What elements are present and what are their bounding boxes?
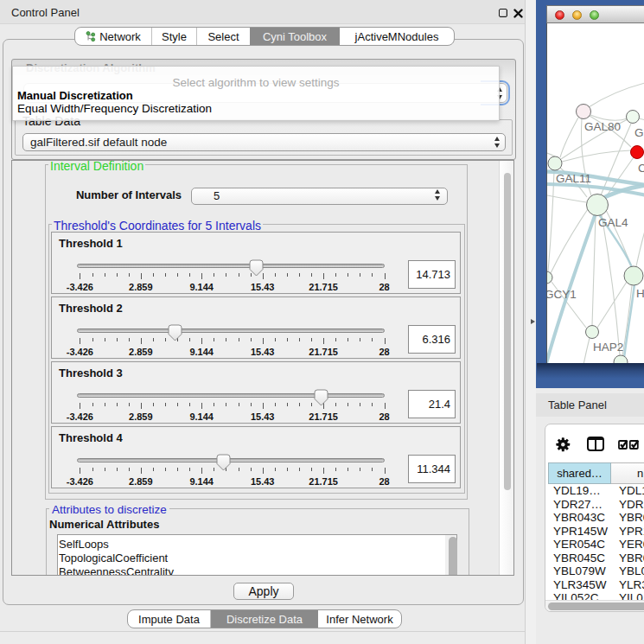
svg-text:GAL80: GAL80: [584, 120, 621, 133]
svg-text:GAL11: GAL11: [556, 172, 591, 185]
svg-text:GAL4: GAL4: [598, 216, 628, 229]
svg-text:HAP2: HAP2: [593, 341, 623, 354]
svg-text:GCY1: GCY1: [547, 288, 577, 301]
svg-text:G: G: [634, 126, 644, 139]
svg-text:H: H: [636, 287, 644, 300]
svg-text:C: C: [638, 162, 644, 175]
